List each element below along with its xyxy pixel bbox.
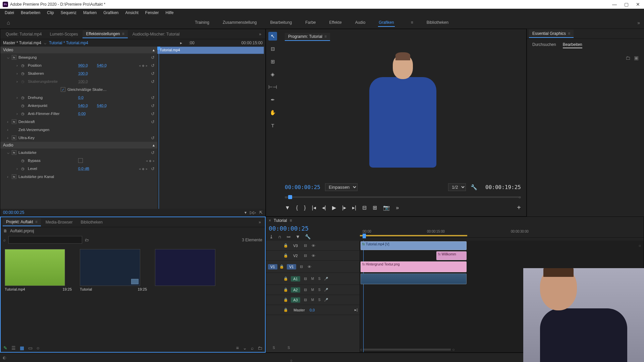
tab-media-browser[interactable]: Media-Browser	[42, 219, 76, 226]
find-icon[interactable]: ⌕	[251, 345, 254, 351]
eye-icon[interactable]: 👁	[310, 244, 316, 248]
voice-icon[interactable]: 🎤	[324, 277, 328, 281]
section-audio[interactable]: Audio ▴	[0, 142, 157, 148]
folder-icon[interactable]: 🗀	[626, 55, 631, 61]
auto-seq-icon[interactable]: ⌄	[243, 345, 247, 351]
settings-icon[interactable]: 🔧	[471, 184, 477, 190]
out-point-icon[interactable]: }	[304, 205, 306, 211]
project-item[interactable]	[155, 249, 222, 291]
panel-menu-icon[interactable]: ≡	[568, 31, 570, 36]
insert-icon[interactable]: ⤓	[269, 234, 273, 239]
add-button-icon[interactable]: +	[517, 204, 521, 212]
close-button[interactable]: ✕	[636, 2, 640, 7]
fx-badge[interactable]: fx	[12, 55, 16, 60]
twirl-icon[interactable]: ›	[16, 96, 20, 100]
master-value[interactable]: 0,0	[310, 308, 315, 312]
solo-button[interactable]: S	[317, 277, 322, 281]
pen-tool-icon[interactable]: ✒	[268, 96, 277, 104]
lock-icon[interactable]: 🔒	[283, 288, 289, 292]
skalieren-value[interactable]: 100,0	[78, 71, 92, 75]
project-search-input[interactable]	[8, 236, 82, 244]
sync-lock-icon[interactable]: ⊟	[298, 264, 304, 269]
filter-bin-icon[interactable]: 🗁	[85, 238, 89, 242]
twirl-icon[interactable]: ›	[7, 128, 10, 132]
uniform-scale-checkbox[interactable]: ✓	[61, 87, 65, 92]
zoom-select[interactable]: Einpassen	[325, 183, 358, 191]
reset-icon[interactable]: ↺	[151, 119, 155, 124]
track-name[interactable]: V1	[287, 264, 296, 269]
mute-button[interactable]: M	[310, 298, 315, 302]
twirl-icon[interactable]: ›	[16, 167, 20, 171]
reset-icon[interactable]: ↺	[151, 103, 155, 108]
clip-a1[interactable]	[361, 274, 467, 284]
eye-icon[interactable]: 👁	[310, 254, 316, 258]
eg-tab-browse[interactable]: Durchsuchen	[532, 42, 556, 48]
sync-lock-icon[interactable]: ⊟	[302, 298, 308, 302]
position-y[interactable]: 540,0	[97, 63, 110, 67]
close-seq-icon[interactable]: ×	[269, 218, 271, 223]
fx-badge[interactable]: fx	[12, 119, 16, 124]
align-center-icon[interactable]: ⊞	[268, 57, 277, 66]
list-view-icon[interactable]: ☰	[11, 345, 16, 351]
fx-badge[interactable]: fx	[12, 174, 16, 179]
effect-bewegung[interactable]: ⌵ fx Bewegung ↺	[0, 53, 157, 61]
track-header-v1[interactable]: V1🔒V1⊟👁	[266, 261, 360, 273]
reset-icon[interactable]: ↺	[151, 135, 155, 140]
ws-overflow-icon[interactable]: »	[637, 20, 640, 25]
minimize-button[interactable]: —	[612, 2, 617, 7]
voice-icon[interactable]: 🎤	[324, 288, 328, 292]
menu-ansicht[interactable]: Ansicht	[122, 10, 142, 15]
play-only-icon[interactable]: ▷▷	[250, 210, 256, 215]
solo-right[interactable]: S	[287, 346, 290, 350]
solo-button[interactable]: S	[317, 288, 322, 292]
lock-icon[interactable]: 🔒	[283, 243, 289, 248]
program-scrubber[interactable]: ○ ○	[285, 194, 521, 200]
stopwatch-icon[interactable]: ◷	[21, 96, 26, 100]
track-header-master[interactable]: 🔒Master0,0▸|	[266, 305, 360, 315]
snap-icon[interactable]: ∩	[278, 234, 281, 239]
tab-libraries[interactable]: Bibliotheken	[77, 219, 106, 226]
goto-out-icon[interactable]: ▸|	[352, 204, 356, 211]
panel-menu-icon[interactable]: ≡	[35, 220, 38, 224]
hand-tool-icon[interactable]: ✋	[268, 108, 277, 117]
lock-icon[interactable]: 🔒	[283, 298, 289, 302]
reset-icon[interactable]: ↺	[151, 111, 155, 116]
panel-menu-icon[interactable]: ≡	[122, 32, 124, 36]
ws-effekte[interactable]: Effekte	[328, 19, 342, 27]
lock-icon[interactable]: 🔒	[279, 264, 285, 269]
position-x[interactable]: 960,0	[78, 63, 92, 67]
track-name[interactable]: A2	[291, 287, 300, 293]
clip-v3[interactable]: fx Tutorial.mp4 [V]	[361, 241, 467, 250]
timeline-timecode[interactable]: 00:00:00:25	[266, 224, 360, 233]
tab-source[interactable]: Quelle: Tutorial.mp4	[2, 31, 45, 38]
track-options-icon[interactable]: ○	[639, 243, 641, 248]
ws-bearbeitung[interactable]: Bearbeitung	[269, 19, 292, 27]
eg-tab-edit[interactable]: Bearbeiten	[563, 42, 582, 48]
scrubber-playhead[interactable]	[288, 195, 292, 199]
panel-menu-icon[interactable]: ≡	[324, 34, 327, 39]
sort-icon[interactable]: ≡	[236, 345, 239, 351]
effect-deckkraft[interactable]: › fx Deckkraft ↺	[0, 118, 157, 126]
reset-icon[interactable]: ↺	[151, 63, 155, 68]
track-name[interactable]: V2	[291, 254, 300, 258]
solo-button[interactable]: S	[317, 298, 322, 302]
tab-essential-graphics[interactable]: Essential Graphics≡	[529, 30, 574, 38]
kf-next-icon[interactable]: ▸	[146, 167, 148, 171]
track-header-v2[interactable]: 🔒V2⊟👁	[266, 251, 360, 261]
sync-lock-icon[interactable]: ⊟	[302, 253, 308, 258]
stopwatch-icon[interactable]: ◷	[21, 104, 26, 108]
effect-zeitverz[interactable]: › fx Zeit-Verzerrungen	[0, 126, 157, 134]
stopwatch-icon[interactable]: ◷	[21, 112, 26, 116]
timeline-playhead-line[interactable]	[363, 241, 364, 352]
maximize-button[interactable]: ▢	[624, 2, 629, 7]
ws-menu-icon[interactable]: ≡	[410, 19, 414, 27]
stopwatch-icon[interactable]: ◷	[21, 159, 26, 163]
fx-badge[interactable]: fx	[12, 150, 16, 155]
ws-bibliotheken[interactable]: Bibliotheken	[426, 19, 449, 27]
track-header-a1[interactable]: 🔒A1⊟MS🎤	[266, 273, 360, 285]
new-item-icon[interactable]: ✎	[3, 345, 7, 351]
step-fwd-icon[interactable]: |▸	[342, 204, 346, 211]
panel-menu-icon[interactable]: ≡	[290, 218, 292, 223]
track-header-a2[interactable]: 🔒A2⊟MS🎤	[266, 285, 360, 295]
twirl-icon[interactable]: ›	[7, 120, 10, 124]
